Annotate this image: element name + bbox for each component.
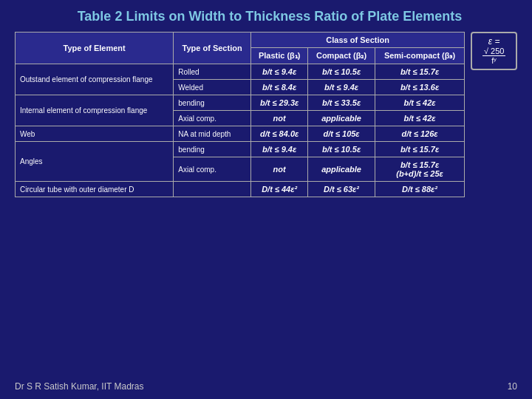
- table-row: Circular tube with outer diameter DD/t ≤…: [16, 182, 465, 197]
- compact-cell: b/t ≤ 10.5ε: [308, 142, 375, 157]
- semi-compact-cell: b/t ≤ 15.7ε(b+d)/t ≤ 25ε: [375, 157, 465, 182]
- element-cell: Internal element of compression flange: [16, 95, 174, 126]
- formula-box: ε = √ 250 fʸ: [471, 32, 517, 70]
- plastic-cell: b/t ≤ 29.3ε: [250, 95, 307, 111]
- table-row: Internal element of compression flangebe…: [16, 95, 465, 111]
- semi-compact-cell: b/t ≤ 15.7ε: [375, 64, 465, 80]
- plastic-cell: not: [250, 157, 307, 182]
- footer-left: Dr S R Satish Kumar, IIT Madras: [15, 381, 144, 392]
- footer: Dr S R Satish Kumar, IIT Madras 10: [15, 381, 517, 392]
- formula-sqrt: √: [484, 47, 488, 55]
- col-compact: Compact (β₂): [308, 48, 375, 64]
- element-cell: Angles: [16, 142, 174, 182]
- footer-right: 10: [508, 381, 517, 392]
- element-cell: Web: [16, 126, 174, 142]
- col-plastic: Plastic (β₁): [250, 48, 307, 64]
- section-cell: bending: [174, 95, 251, 111]
- semi-compact-cell: b/t ≤ 42ε: [375, 111, 465, 126]
- section-cell: Rolled: [174, 64, 251, 80]
- col-type-element: Type of Element: [16, 33, 174, 64]
- semi-compact-cell: b/t ≤ 42ε: [375, 95, 465, 111]
- col-class-section: Class of Section: [250, 33, 464, 48]
- table-row: Anglesbendingb/t ≤ 9.4εb/t ≤ 10.5εb/t ≤ …: [16, 142, 465, 157]
- table-wrapper: Type of Element Type of Section Class of…: [15, 32, 517, 197]
- col-semi-compact: Semi-compact (β₃): [375, 48, 465, 64]
- compact-cell: D/t ≤ 63ε²: [308, 182, 375, 197]
- semi-compact-cell: d/t ≤ 126ε: [375, 126, 465, 142]
- section-cell: Axial comp.: [174, 111, 251, 126]
- compact-cell: b/t ≤ 10.5ε: [308, 64, 375, 80]
- semi-compact-cell: D/t ≤ 88ε²: [375, 182, 465, 197]
- formula-numerator-value: 250: [491, 47, 504, 55]
- section-cell: bending: [174, 142, 251, 157]
- formula-denominator-value: fʸ: [490, 56, 498, 66]
- semi-compact-cell: b/t ≤ 15.7ε: [375, 142, 465, 157]
- compact-cell: applicable: [308, 111, 375, 126]
- plastic-cell: D/t ≤ 44ε²: [250, 182, 307, 197]
- element-cell: Outstand element of compression flange: [16, 64, 174, 95]
- section-cell: Axial comp.: [174, 157, 251, 182]
- slide: Table 2 Limits on Width to Thickness Rat…: [0, 0, 532, 399]
- main-table: Type of Element Type of Section Class of…: [15, 32, 465, 197]
- section-cell: [174, 182, 251, 197]
- plastic-cell: d/t ≤ 84.0ε: [250, 126, 307, 142]
- col-type-section: Type of Section: [174, 33, 251, 64]
- table-row: WebNA at mid depthd/t ≤ 84.0εd/t ≤ 105εd…: [16, 126, 465, 142]
- compact-cell: d/t ≤ 105ε: [308, 126, 375, 142]
- plastic-cell: b/t ≤ 9.4ε: [250, 64, 307, 80]
- slide-title: Table 2 Limits on Width to Thickness Rat…: [15, 9, 517, 24]
- compact-cell: applicable: [308, 157, 375, 182]
- section-cell: NA at mid depth: [174, 126, 251, 142]
- compact-cell: b/t ≤ 33.5ε: [308, 95, 375, 111]
- plastic-cell: b/t ≤ 8.4ε: [250, 80, 307, 95]
- table-row: Outstand element of compression flangeRo…: [16, 64, 465, 80]
- section-cell: Welded: [174, 80, 251, 95]
- plastic-cell: not: [250, 111, 307, 126]
- element-cell: Circular tube with outer diameter D: [16, 182, 174, 197]
- compact-cell: b/t ≤ 9.4ε: [308, 80, 375, 95]
- plastic-cell: b/t ≤ 9.4ε: [250, 142, 307, 157]
- semi-compact-cell: b/t ≤ 13.6ε: [375, 80, 465, 95]
